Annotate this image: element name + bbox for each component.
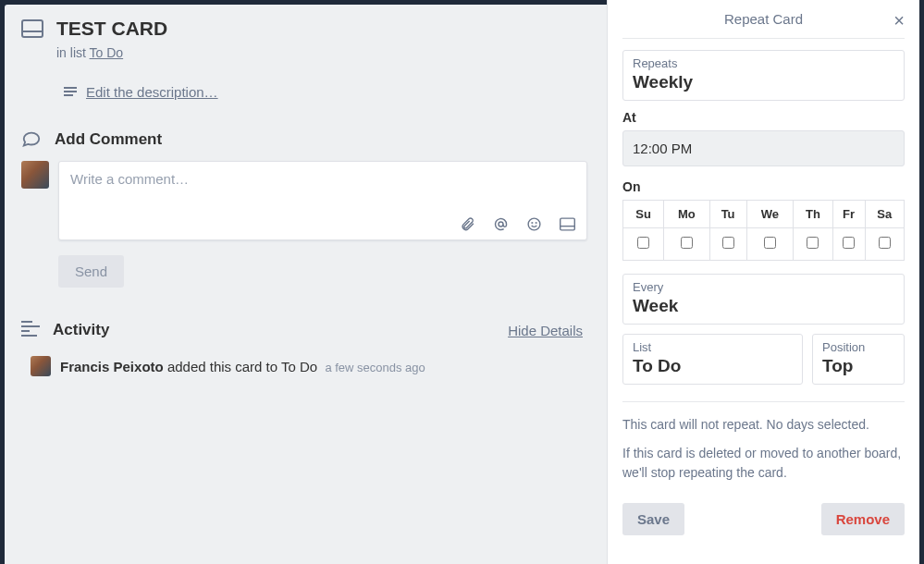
panel-footer-text: This card will not repeat. No days selec…	[622, 401, 905, 492]
card-insert-icon[interactable]	[559, 215, 575, 232]
warning-delete: If this card is deleted or moved to anot…	[622, 444, 905, 483]
position-field[interactable]: Position Top	[812, 334, 905, 385]
day-checkbox-th[interactable]	[807, 237, 819, 249]
svg-rect-0	[22, 20, 43, 37]
panel-header: Repeat Card ×	[622, 11, 905, 39]
description-row[interactable]: Edit the description…	[64, 84, 590, 100]
day-checkbox-we[interactable]	[764, 237, 776, 249]
save-button[interactable]: Save	[622, 503, 684, 535]
list-value: To Do	[633, 356, 793, 376]
activity-item: Francis Peixoto added this card to To Do…	[31, 356, 590, 376]
day-header: Th	[794, 201, 832, 228]
emoji-icon[interactable]	[525, 215, 542, 232]
position-value: Top	[822, 356, 894, 376]
add-comment-header: Add Comment	[21, 129, 590, 150]
day-checkbox-mo[interactable]	[681, 237, 693, 249]
day-header: Sa	[865, 201, 904, 228]
svg-point-5	[536, 222, 536, 223]
send-button[interactable]: Send	[58, 255, 124, 288]
card-main: TEST CARD in list To Do Edit the descrip…	[5, 5, 607, 564]
panel-title: Repeat Card	[724, 11, 803, 27]
description-icon	[64, 87, 77, 98]
card-header: TEST CARD	[21, 18, 590, 40]
in-list-prefix: in list	[56, 45, 90, 60]
on-label: On	[622, 179, 905, 194]
add-comment-title: Add Comment	[55, 130, 162, 149]
day-header: Tu	[709, 201, 746, 228]
card-title[interactable]: TEST CARD	[56, 18, 167, 40]
avatar[interactable]	[31, 356, 51, 376]
day-header: Su	[623, 201, 664, 228]
svg-point-4	[532, 222, 533, 223]
repeats-label: Repeats	[633, 56, 894, 70]
day-checkbox-tu[interactable]	[722, 237, 734, 249]
avatar[interactable]	[21, 161, 49, 189]
list-label: List	[633, 340, 793, 354]
activity-header: Activity Hide Details	[21, 321, 590, 339]
svg-point-2	[499, 222, 503, 227]
card-icon	[21, 19, 43, 38]
at-label: At	[622, 110, 905, 125]
activity-action: added this card to To Do	[167, 359, 317, 374]
day-checkbox-sa[interactable]	[879, 237, 891, 249]
activity-title: Activity	[53, 321, 109, 339]
mention-icon[interactable]	[492, 215, 509, 232]
card-modal: TEST CARD in list To Do Edit the descrip…	[5, 5, 919, 564]
every-value: Week	[633, 296, 894, 316]
comment-row	[21, 161, 590, 240]
in-list: in list To Do	[56, 45, 590, 60]
every-label: Every	[633, 280, 894, 294]
svg-point-3	[528, 218, 540, 230]
comment-icon	[21, 129, 42, 150]
day-header: Mo	[664, 201, 710, 228]
activity-time[interactable]: a few seconds ago	[325, 361, 425, 374]
attachment-icon[interactable]	[459, 215, 475, 232]
warning-no-days: This card will not repeat. No days selec…	[622, 415, 905, 435]
hide-details-link[interactable]: Hide Details	[508, 323, 583, 338]
comment-tools	[70, 215, 575, 232]
day-checkbox-su[interactable]	[637, 237, 649, 249]
day-header: We	[746, 201, 794, 228]
repeats-field[interactable]: Repeats Weekly	[622, 50, 905, 101]
close-icon[interactable]: ×	[893, 11, 905, 30]
position-label: Position	[822, 340, 894, 354]
comment-input[interactable]	[70, 171, 575, 208]
list-position-row: List To Do Position Top	[622, 334, 905, 394]
edit-description-link[interactable]: Edit the description…	[86, 84, 218, 100]
panel-actions: Save Remove	[622, 503, 905, 535]
list-field[interactable]: List To Do	[622, 334, 803, 385]
remove-button[interactable]: Remove	[821, 503, 905, 535]
comment-box[interactable]	[58, 161, 587, 240]
activity-icon	[21, 321, 40, 339]
day-checkbox-fr[interactable]	[843, 237, 855, 249]
list-link[interactable]: To Do	[90, 45, 124, 60]
day-header: Fr	[832, 201, 865, 228]
days-table: Su Mo Tu We Th Fr Sa	[622, 200, 905, 261]
repeat-card-panel: Repeat Card × Repeats Weekly At 12:00 PM…	[607, 0, 919, 564]
at-field[interactable]: 12:00 PM	[622, 130, 905, 166]
repeats-value: Weekly	[633, 72, 894, 92]
svg-rect-6	[560, 218, 574, 230]
activity-author[interactable]: Francis Peixoto	[60, 359, 164, 374]
every-field[interactable]: Every Week	[622, 274, 905, 325]
